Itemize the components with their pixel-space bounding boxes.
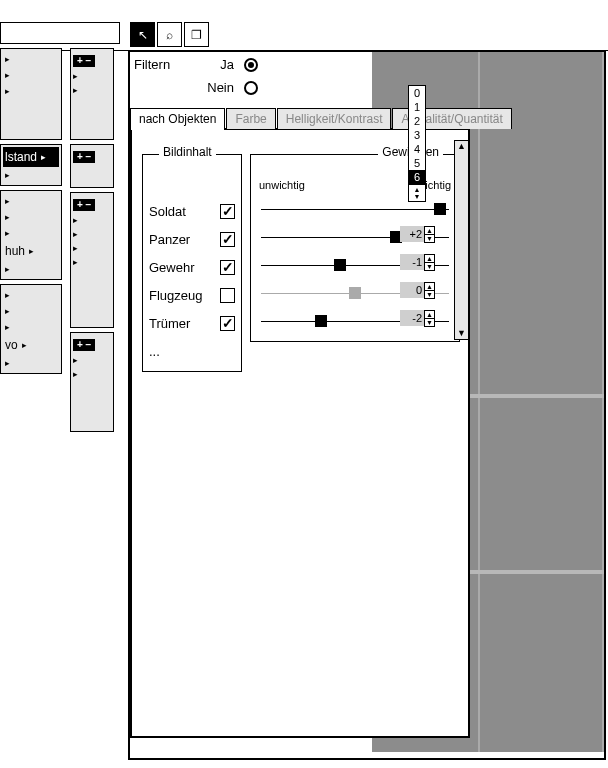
object-name: Trümer (149, 316, 220, 331)
weight-stepper[interactable]: ▲▼ (424, 282, 435, 299)
tree-item[interactable]: huh ▸ (3, 241, 59, 261)
expand-tri-icon[interactable]: ▸ (73, 243, 78, 253)
grid-divider (478, 52, 480, 752)
scroll-down-icon[interactable]: ▼ (457, 328, 466, 339)
panel-scrollbar[interactable]: ▲ ▼ (454, 140, 469, 340)
object-checkbox[interactable] (220, 232, 235, 247)
tree-item-label: lstand (5, 150, 37, 164)
tree-item[interactable]: vo ▸ (3, 335, 59, 355)
bildinhalt-box: Bildinhalt Soldat Panzer Gewehr Flugzeug… (142, 154, 242, 372)
object-checkbox[interactable] (220, 204, 235, 219)
expand-collapse-pill[interactable]: + − (73, 55, 95, 67)
tree-item[interactable]: ▸ (3, 209, 59, 225)
expand-tri-icon[interactable]: ▸ (73, 229, 78, 239)
tree-item[interactable]: ▸ (3, 167, 59, 183)
weight-value: -1 (400, 254, 424, 270)
tab-color[interactable]: Farbe (226, 108, 275, 129)
weight-value: -2 (400, 310, 424, 326)
left-tree: ▸ ▸ ▸ lstand ▸ ▸ ▸ ▸ ▸ huh ▸ ▸ ▸ ▸ ▸ vo … (0, 48, 62, 374)
tab-objects[interactable]: nach Objekten (130, 108, 225, 129)
object-name: Flugzeug (149, 288, 220, 303)
weight-value: +2 (400, 226, 424, 242)
bildinhalt-label: Bildinhalt (159, 145, 216, 159)
expand-tri-icon[interactable]: ▸ (73, 257, 78, 267)
expand-tri-icon[interactable]: ▸ (73, 355, 78, 365)
tree-item[interactable]: ▸ (3, 319, 59, 335)
scale-strip: 0 1 2 3 4 5 6 ▲ ▼ (408, 85, 426, 202)
filter-yes-radio[interactable] (244, 58, 258, 72)
toolbar: ↖ ⌕ ❐ (130, 22, 209, 47)
scale-left-label: unwichtig (259, 179, 305, 191)
tree-item[interactable]: ▸ (3, 355, 59, 371)
scale-value[interactable]: 4 (409, 142, 425, 156)
filter-no-radio[interactable] (244, 81, 258, 95)
weight-value: 0 (400, 282, 424, 298)
object-name: Soldat (149, 204, 220, 219)
filter-yes-label: Ja (204, 57, 234, 72)
scale-value[interactable]: 5 (409, 156, 425, 170)
tree-item[interactable]: ▸ (3, 287, 59, 303)
tree-item[interactable]: ▸ (3, 67, 59, 83)
tree-item[interactable]: ▸ (3, 225, 59, 241)
weight-stepper[interactable]: ▲▼ (424, 254, 435, 271)
scale-value[interactable]: 2 (409, 114, 425, 128)
scale-value-selected[interactable]: 6 (409, 170, 425, 184)
expand-tri-icon[interactable]: ▸ (73, 71, 78, 81)
tree-item[interactable]: ▸ (3, 303, 59, 319)
scroll-up-icon[interactable]: ▲ (457, 141, 466, 152)
weight-stepper[interactable]: ▲▼ (424, 226, 435, 243)
object-checkbox[interactable] (220, 260, 235, 275)
tree-item-label: huh (5, 244, 25, 258)
weight-stepper[interactable]: ▲▼ (424, 310, 435, 327)
tree-item[interactable]: ▸ (3, 51, 59, 67)
filter-no-label: Nein (204, 80, 234, 95)
expand-collapse-pill[interactable]: + − (73, 339, 95, 351)
windows-icon[interactable]: ❐ (184, 22, 209, 47)
scale-value[interactable]: 3 (409, 128, 425, 142)
tree-item[interactable]: ▸ (3, 261, 59, 277)
expand-tri-icon[interactable]: ▸ (73, 215, 78, 225)
zoom-icon[interactable]: ⌕ (157, 22, 182, 47)
grid-divider (602, 52, 604, 752)
object-name: Panzer (149, 232, 220, 247)
scale-value[interactable]: 0 (409, 86, 425, 100)
spinner-column: +2▲▼ -1▲▼ 0▲▼ -2▲▼ (400, 192, 435, 332)
tree-item-selected[interactable]: lstand ▸ (3, 147, 59, 167)
object-checkbox[interactable] (220, 288, 235, 303)
object-checkbox[interactable] (220, 316, 235, 331)
expand-tri-icon[interactable]: ▸ (73, 369, 78, 379)
pointer-icon[interactable]: ↖ (130, 22, 155, 47)
tree-item-label: vo (5, 338, 18, 352)
tree-item[interactable]: ▸ (3, 83, 59, 99)
expand-tri-icon[interactable]: ▸ (73, 85, 78, 95)
expand-collapse-pill[interactable]: + − (73, 151, 95, 163)
plusminus-column: + − ▸ ▸ + − + − ▸ ▸ ▸ ▸ + − ▸ ▸ (70, 48, 114, 436)
tab-brightness[interactable]: Helligkeit/Kontrast (277, 108, 392, 129)
tree-item[interactable]: ▸ (3, 193, 59, 209)
expand-collapse-pill[interactable]: + − (73, 199, 95, 211)
address-bar[interactable] (0, 22, 120, 44)
more-objects[interactable]: ... (149, 344, 235, 359)
object-name: Gewehr (149, 260, 220, 275)
scale-value[interactable]: 1 (409, 100, 425, 114)
filter-label: Filtern (134, 57, 194, 72)
tabs: nach Objekten Farbe Helligkeit/Kontrast … (130, 108, 513, 129)
